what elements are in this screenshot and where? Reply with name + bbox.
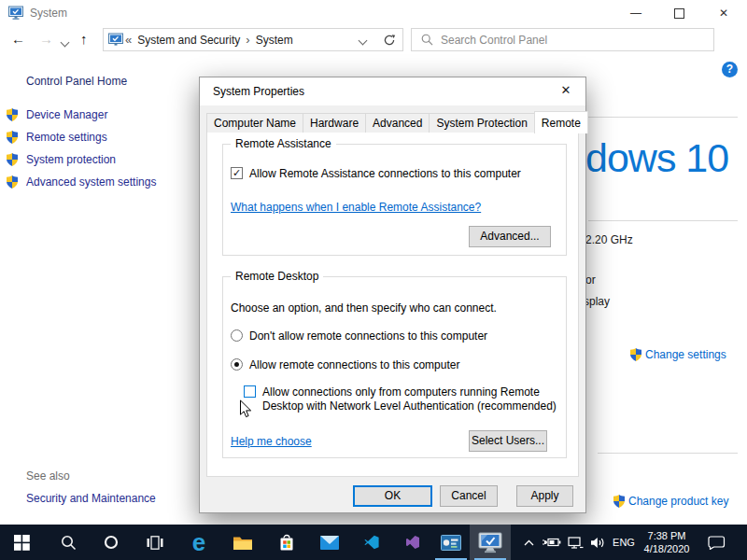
desktop: System — ✕ ← → ↑ « System and Security ›…: [0, 0, 747, 560]
allow-remote-assistance-checkbox[interactable]: ✓ Allow Remote Assistance connections to…: [231, 167, 521, 180]
address-dropdown-icon[interactable]: [359, 34, 366, 47]
sidebar-item-remote-settings[interactable]: Remote settings: [6, 130, 107, 145]
sidebar-item-system-protection[interactable]: System protection: [6, 152, 116, 167]
change-product-key-label: Change product key: [628, 495, 728, 508]
change-settings-link[interactable]: Change settings: [629, 347, 726, 362]
tab-system-protection[interactable]: System Protection: [429, 113, 534, 133]
radio-unselected-icon[interactable]: [231, 329, 243, 342]
checkbox-unchecked-icon[interactable]: [244, 385, 256, 398]
radio-label[interactable]: Allow remote connections to this compute…: [249, 358, 459, 371]
checkbox-label[interactable]: Allow Remote Assistance connections to t…: [249, 167, 521, 180]
file-explorer-button[interactable]: [222, 525, 263, 560]
dialog-title: System Properties: [213, 85, 304, 98]
system-properties-dialog: System Properties ✕ Computer Name Hardwa…: [199, 77, 586, 513]
radio-selected-icon[interactable]: [231, 358, 243, 371]
tray-power-button[interactable]: [540, 525, 562, 560]
tab-advanced[interactable]: Advanced: [365, 113, 430, 133]
remote-assistance-help-link[interactable]: What happens when I enable Remote Assist…: [231, 201, 481, 214]
address-location-icon: [108, 33, 123, 48]
nla-checkbox[interactable]: Allow connections only from computers ru…: [244, 385, 563, 413]
allow-remote-radio[interactable]: Allow remote connections to this compute…: [231, 358, 459, 371]
action-center-icon: [708, 536, 726, 550]
dont-allow-remote-radio[interactable]: Don't allow remote connections to this c…: [231, 329, 487, 343]
up-button[interactable]: ↑: [80, 31, 88, 47]
speaker-icon: [591, 537, 605, 549]
taskbar-search-button[interactable]: [48, 525, 89, 560]
help-button[interactable]: ?: [722, 62, 738, 77]
back-button[interactable]: ←: [11, 31, 25, 47]
text-fragment: or: [585, 273, 596, 287]
section-divider: [588, 117, 738, 118]
refresh-button[interactable]: [375, 28, 403, 51]
visual-studio-button[interactable]: [392, 525, 433, 560]
remote-tab-page: Remote Assistance ✓ Allow Remote Assista…: [206, 132, 579, 477]
remote-assistance-group: Remote Assistance ✓ Allow Remote Assista…: [222, 144, 567, 256]
sidebar-item-security-and-maintenance[interactable]: Security and Maintenance: [26, 492, 156, 505]
forward-button[interactable]: →: [39, 31, 53, 47]
sidebar-item-device-manager[interactable]: Device Manager: [6, 107, 107, 122]
breadcrumb-system[interactable]: System: [256, 34, 293, 47]
checkbox-checked-icon[interactable]: ✓: [231, 167, 243, 179]
section-divider: [598, 453, 738, 454]
search-box[interactable]: [411, 28, 714, 51]
edge-button[interactable]: e: [178, 525, 219, 560]
see-also-heading: See also: [26, 469, 70, 483]
close-button[interactable]: ✕: [708, 0, 740, 26]
tab-hardware[interactable]: Hardware: [303, 113, 366, 133]
window-titlebar: System — ✕: [0, 0, 747, 26]
control-panel-window-button[interactable]: [430, 525, 472, 560]
minimize-button[interactable]: —: [620, 0, 652, 26]
chevron-up-icon: [524, 539, 534, 546]
radio-label[interactable]: Don't allow remote connections to this c…: [249, 329, 487, 343]
tray-language-indicator[interactable]: ENG: [609, 525, 639, 560]
tray-volume-button[interactable]: [587, 525, 608, 560]
vscode-icon: [364, 535, 379, 550]
recent-pages-dropdown[interactable]: [62, 35, 68, 49]
remote-desktop-instruction: Choose an option, and then specify who c…: [231, 301, 497, 315]
uac-shield-icon: [6, 152, 19, 167]
cortana-icon: [104, 535, 119, 550]
breadcrumb-system-and-security[interactable]: System and Security: [137, 34, 240, 47]
tray-show-hidden-icons-button[interactable]: [519, 525, 538, 560]
microsoft-store-button[interactable]: [266, 525, 307, 560]
vscode-button[interactable]: [351, 525, 392, 560]
maximize-button[interactable]: [663, 0, 695, 26]
maximize-icon: [674, 8, 684, 19]
sidebar-control-panel-home[interactable]: Control Panel Home: [26, 75, 127, 88]
change-product-key-link[interactable]: Change product key: [613, 494, 728, 509]
cortana-button[interactable]: [91, 525, 132, 560]
text-fragment: splay: [584, 295, 610, 308]
windows10-logo-text: dows 10: [585, 135, 728, 181]
tray-network-button[interactable]: [564, 525, 586, 560]
select-users-button[interactable]: Select Users...: [469, 430, 547, 452]
control-panel-app-icon: [441, 535, 461, 551]
start-button[interactable]: [1, 525, 42, 560]
apply-button[interactable]: Apply: [516, 485, 573, 507]
refresh-icon: [383, 34, 396, 47]
battery-plug-icon: [542, 537, 561, 548]
dialog-tab-strip: Computer Name Hardware Advanced System P…: [206, 111, 587, 133]
network-icon: [568, 537, 584, 549]
system-window-button[interactable]: [470, 525, 511, 560]
mail-button[interactable]: [309, 525, 350, 560]
task-view-button[interactable]: [134, 525, 176, 560]
advanced-button[interactable]: Advanced...: [469, 226, 551, 247]
checkbox-label[interactable]: Allow connections only from computers ru…: [262, 385, 563, 413]
help-me-choose-link[interactable]: Help me choose: [231, 435, 312, 448]
cancel-button[interactable]: Cancel: [440, 485, 498, 507]
sidebar-item-label: Advanced system settings: [26, 175, 156, 189]
tab-remote[interactable]: Remote: [534, 111, 588, 133]
uac-shield-icon: [613, 494, 626, 509]
system-window-icon: [8, 6, 23, 21]
dialog-close-button[interactable]: ✕: [546, 77, 585, 104]
search-input[interactable]: [439, 33, 713, 48]
tray-clock[interactable]: 7:38 PM 4/18/2020: [641, 525, 693, 560]
ok-button[interactable]: OK: [353, 485, 432, 507]
clock-date: 4/18/2020: [641, 542, 693, 555]
breadcrumb-collapsed-icon[interactable]: «: [125, 33, 132, 47]
sidebar-item-advanced-system-settings[interactable]: Advanced system settings: [6, 175, 156, 189]
action-center-button[interactable]: [700, 525, 732, 560]
taskbar: e: [0, 525, 747, 560]
tab-computer-name[interactable]: Computer Name: [206, 113, 303, 133]
address-bar[interactable]: « System and Security › System: [103, 28, 376, 51]
